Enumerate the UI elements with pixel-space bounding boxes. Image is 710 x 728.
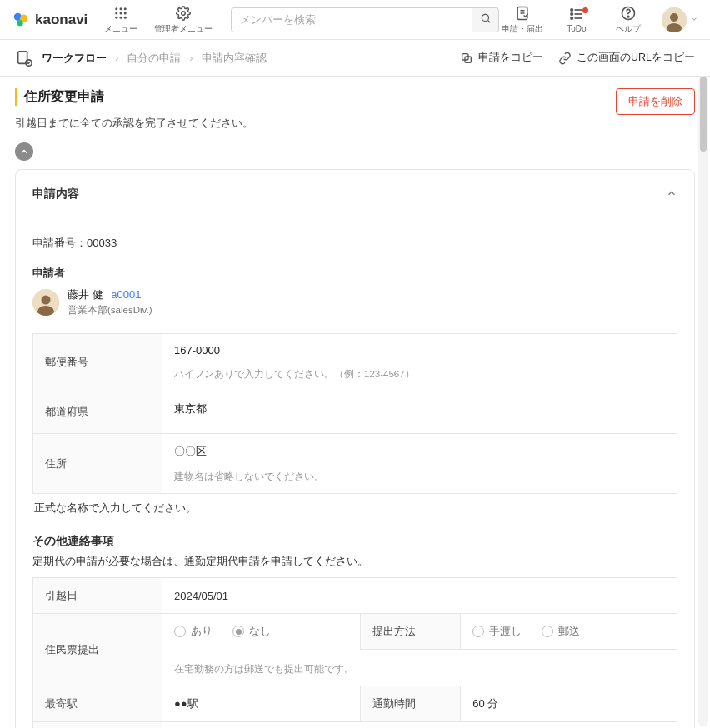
- admin-menu-label: 管理者メニュー: [154, 23, 212, 35]
- residence-option-no-label: なし: [249, 624, 271, 639]
- page-subtitle: 引越日までに全ての承認を完了させてください。: [15, 116, 253, 131]
- residence-option-yes[interactable]: あり: [174, 624, 212, 639]
- card-collapse-toggle[interactable]: [666, 187, 678, 202]
- search-icon: [480, 12, 492, 27]
- submit-option-hand-label: 手渡し: [489, 624, 522, 639]
- table-row: 郵便番号 167-0000 ハイフンありで入力してください。（例：123-456…: [33, 334, 678, 391]
- copy-url-label: この画面のURLをコピー: [577, 51, 695, 65]
- help-label: ヘルプ: [616, 23, 641, 35]
- table-row: 都道府県 東京都: [33, 391, 678, 434]
- search-button[interactable]: [472, 7, 499, 32]
- help-icon: [620, 5, 637, 22]
- svg-point-6: [116, 12, 118, 14]
- brand-logo[interactable]: kaonavi: [12, 11, 88, 29]
- breadcrumb-root[interactable]: ワークフロー: [42, 51, 107, 66]
- remarks-label: 備考: [33, 722, 162, 729]
- collapse-toggle[interactable]: [15, 142, 33, 161]
- workflow-icon: [15, 49, 33, 67]
- addr-hint: 建物名は省略しないでください。: [174, 471, 665, 483]
- search-input[interactable]: [231, 7, 472, 32]
- pref-label: 都道府県: [33, 391, 162, 434]
- table-row: 住民票提出 あり なし 提出方法: [33, 614, 678, 650]
- application-number: 申請番号：00033: [32, 236, 678, 251]
- svg-point-2: [17, 20, 22, 26]
- applicant-row: 藤井 健 a0001 営業本部(salesDiv.): [32, 287, 678, 317]
- breadcrumb-item-2: 申請内容確認: [202, 51, 267, 66]
- help-button[interactable]: ヘルプ: [610, 5, 647, 35]
- link-icon: [558, 52, 572, 65]
- address-table: 郵便番号 167-0000 ハイフンありで入力してください。（例：123-456…: [32, 333, 678, 494]
- table-row: 住所 〇〇区 建物名は省略しないでください。: [33, 434, 678, 494]
- move-date-label: 引越日: [33, 578, 162, 614]
- svg-point-19: [571, 13, 573, 16]
- gear-icon: [175, 5, 192, 22]
- copy-icon: [460, 52, 473, 65]
- other-table: 引越日 2024/05/01 住民票提出 あり なし: [32, 577, 678, 728]
- submit-option-mail-label: 郵送: [558, 624, 580, 639]
- notification-dot-icon: [582, 7, 588, 13]
- submit-option-hand[interactable]: 手渡し: [472, 624, 522, 639]
- svg-point-5: [124, 7, 127, 10]
- page-title: 住所変更申請: [24, 88, 253, 106]
- move-date-value: 2024/05/01: [174, 590, 228, 602]
- svg-point-10: [120, 16, 122, 18]
- table-row: 引越日 2024/05/01: [33, 578, 678, 614]
- menu-button[interactable]: メニュー: [102, 5, 139, 35]
- chevron-right-icon: ›: [189, 52, 192, 64]
- station-value: ●●駅: [174, 697, 198, 710]
- applicant-dept: 営業本部(salesDiv.): [68, 304, 152, 317]
- application-number-value: 00033: [87, 237, 117, 249]
- submit-method-radio-group: 手渡し 郵送: [472, 624, 665, 639]
- residence-hint: 在宅勤務の方は郵送でも提出可能です。: [174, 663, 665, 676]
- zip-value: 167-0000: [174, 344, 665, 357]
- menu-grid-icon: [112, 5, 129, 22]
- breadcrumb-item-1[interactable]: 自分の申請: [127, 51, 181, 66]
- svg-point-25: [670, 13, 678, 22]
- pref-value: 東京都: [174, 401, 665, 416]
- svg-point-17: [571, 9, 573, 12]
- chevron-up-icon: [666, 187, 678, 199]
- applicant-avatar: [32, 289, 59, 316]
- other-heading: その他連絡事項: [32, 534, 678, 549]
- todo-button[interactable]: ToDo: [558, 6, 595, 33]
- applicant-id[interactable]: a0001: [111, 288, 141, 301]
- apply-label: 申請・届出: [502, 23, 543, 35]
- radio-icon: [174, 626, 186, 637]
- copy-request-label: 申請をコピー: [478, 51, 543, 65]
- chevron-up-icon: [19, 147, 29, 157]
- station-label: 最寄駅: [33, 686, 162, 722]
- residence-radio-group: あり なし: [174, 624, 348, 639]
- svg-point-9: [116, 16, 118, 18]
- breadcrumb: ワークフロー › 自分の申請 › 申請内容確認: [15, 49, 267, 67]
- delete-request-button[interactable]: 申請を削除: [616, 88, 695, 115]
- other-desc: 定期代の申請が必要な場合は、通勤定期代申請を申請してください。: [32, 554, 678, 569]
- table-row: 備考: [33, 722, 678, 729]
- svg-point-4: [120, 7, 122, 10]
- svg-point-11: [124, 16, 127, 18]
- radio-icon: [542, 626, 553, 637]
- svg-point-12: [182, 11, 186, 15]
- residence-label: 住民票提出: [33, 614, 162, 686]
- residence-option-yes-label: あり: [191, 624, 212, 639]
- residence-option-no[interactable]: なし: [232, 624, 271, 639]
- radio-icon: [232, 626, 244, 637]
- addr-label: 住所: [33, 434, 162, 494]
- chevron-right-icon: ›: [115, 52, 118, 64]
- address-note: 正式な名称で入力してください。: [34, 501, 678, 516]
- chevron-down-icon: [690, 13, 698, 26]
- commute-label: 通勤時間: [361, 686, 461, 722]
- applicant-name: 藤井 健: [68, 288, 103, 301]
- svg-point-21: [571, 17, 573, 20]
- admin-menu-button[interactable]: 管理者メニュー: [154, 5, 212, 35]
- avatar: [662, 7, 687, 32]
- user-avatar-menu[interactable]: [662, 7, 698, 32]
- svg-point-7: [120, 12, 122, 14]
- copy-url-link[interactable]: この画面のURLをコピー: [558, 51, 695, 65]
- svg-point-3: [116, 7, 118, 10]
- apply-button[interactable]: 申請・届出: [502, 5, 543, 35]
- applicant-section-label: 申請者: [32, 266, 678, 281]
- submit-option-mail[interactable]: 郵送: [542, 624, 580, 639]
- copy-request-link[interactable]: 申請をコピー: [460, 51, 543, 65]
- zip-hint: ハイフンありで入力してください。（例：123-4567）: [174, 368, 665, 381]
- radio-icon: [472, 626, 484, 637]
